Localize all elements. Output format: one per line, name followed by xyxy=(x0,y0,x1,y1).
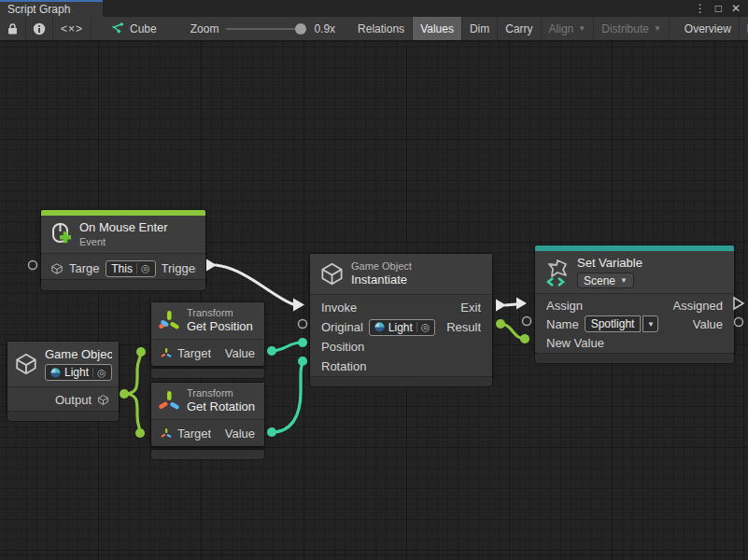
port-label-assign: Assign xyxy=(546,299,583,313)
port-label-target: Target xyxy=(177,427,211,441)
node-instantiate[interactable]: Game Object Instantiate Invoke Exit Orig… xyxy=(310,254,492,379)
port-rotation-in[interactable] xyxy=(298,357,307,366)
port-result-out[interactable] xyxy=(496,319,505,329)
port-label-name: Name xyxy=(546,317,579,331)
node-set-variable[interactable]: Set Variable Scene ▼ Assign Assigned Nam… xyxy=(535,245,734,354)
port-label-target: Target xyxy=(177,346,211,360)
port-label-output: Output xyxy=(55,393,92,407)
port-label-original: Original xyxy=(321,320,363,334)
values-button[interactable]: Values xyxy=(413,17,462,40)
tab-script-graph[interactable]: Script Graph xyxy=(0,0,103,17)
port-label-exit: Exit xyxy=(460,301,481,315)
variable-scope-dropdown[interactable]: Scene ▼ xyxy=(577,273,634,288)
relations-button[interactable]: Relations xyxy=(350,17,413,40)
zoom-slider[interactable] xyxy=(226,22,306,35)
port-getrotation-target-in[interactable] xyxy=(135,428,145,438)
maximize-icon[interactable]: □ xyxy=(715,3,722,14)
port-label-result: Result xyxy=(446,320,481,334)
carry-button[interactable]: Carry xyxy=(498,17,541,40)
transform-icon xyxy=(161,427,172,440)
port-position-in[interactable] xyxy=(298,338,307,347)
titlebar-spacer xyxy=(103,0,695,17)
zoom-label: Zoom xyxy=(191,22,219,35)
port-label-invoke: Invoke xyxy=(321,301,357,315)
window-menu-icon[interactable]: ⋮ xyxy=(695,3,706,14)
code-view-button[interactable]: <×> xyxy=(53,17,92,40)
unity-object-icon xyxy=(374,322,385,332)
align-button[interactable]: Align ▼ xyxy=(542,17,595,40)
port-label-value: Value xyxy=(693,317,723,331)
object-picker-icon[interactable]: ◎ xyxy=(92,368,106,378)
inspect-button[interactable] xyxy=(26,17,53,40)
port-label-new-value: New Value xyxy=(546,336,604,350)
node-title: Game Object xyxy=(45,347,112,362)
script-graph-icon xyxy=(110,22,124,35)
node-footer xyxy=(151,450,264,459)
node-on-mouse-enter[interactable]: On Mouse Enter Event Target This ◎ Trigg… xyxy=(41,210,205,283)
chevron-down-icon: ▼ xyxy=(654,24,661,33)
light-value: Light xyxy=(388,321,413,334)
object-picker-icon[interactable]: ◎ xyxy=(136,263,150,273)
this-value: This xyxy=(111,262,133,275)
transform-icon xyxy=(158,389,180,413)
object-picker-icon[interactable]: ◎ xyxy=(416,322,430,332)
node-title: Set Variable xyxy=(577,256,642,271)
node-footer xyxy=(7,412,119,421)
node-title: Instantiate xyxy=(351,273,412,287)
port-label-value: Value xyxy=(225,427,255,441)
port-label-value: Value xyxy=(225,346,255,360)
title-bar: Script Graph ⋮ □ ✕ xyxy=(0,0,748,17)
node-category: Game Object xyxy=(351,260,412,273)
lock-button[interactable] xyxy=(0,17,26,40)
close-icon[interactable]: ✕ xyxy=(731,3,741,14)
port-new-value-in[interactable] xyxy=(520,334,529,343)
port-getrotation-value-out[interactable] xyxy=(267,427,276,437)
zoom-slider-handle[interactable] xyxy=(295,23,306,35)
node-subtitle: Event xyxy=(79,235,168,248)
node-category: Transform xyxy=(187,387,255,399)
variable-name-dropdown[interactable]: Spotlight ▼ xyxy=(585,315,659,332)
game-object-icon xyxy=(319,261,345,287)
overview-button[interactable]: Overview xyxy=(677,17,740,40)
node-footer xyxy=(535,354,734,363)
node-footer xyxy=(310,377,492,386)
transform-icon xyxy=(161,347,172,359)
graph-breadcrumb[interactable]: Cube xyxy=(105,17,162,40)
chevron-down-icon: ▼ xyxy=(620,276,628,285)
game-object-icon xyxy=(50,262,64,275)
zoom-value: 0.9x xyxy=(314,22,335,35)
graph-toolbar: <×> Cube Zoom 0.9x Relations Values Dim … xyxy=(0,17,748,42)
node-title: Get Position xyxy=(187,319,253,334)
unity-object-icon xyxy=(50,368,61,378)
graph-name: Cube xyxy=(130,22,157,35)
port-getposition-target-in[interactable] xyxy=(136,347,146,357)
node-footer xyxy=(41,280,205,290)
set-variable-icon xyxy=(544,259,571,287)
original-light-field[interactable]: Light ◎ xyxy=(369,319,436,336)
mouse-event-icon xyxy=(49,222,73,247)
port-output-out[interactable] xyxy=(120,389,129,399)
lock-icon xyxy=(7,22,19,35)
info-icon xyxy=(33,22,46,35)
target-this-field[interactable]: This ◎ xyxy=(106,260,155,277)
dim-button[interactable]: Dim xyxy=(462,17,498,40)
light-object-field[interactable]: Light ◎ xyxy=(45,364,112,381)
light-value: Light xyxy=(64,366,89,379)
distribute-button[interactable]: Distribute ▼ xyxy=(594,17,670,40)
node-title: Get Rotation xyxy=(187,399,255,414)
node-footer xyxy=(151,369,264,378)
chevron-down-icon[interactable]: ▼ xyxy=(642,315,658,332)
node-get-rotation[interactable]: Transform Get Rotation Target Value xyxy=(151,383,264,446)
port-label-target: Target xyxy=(69,261,100,275)
code-icon: <×> xyxy=(61,22,83,35)
game-object-icon xyxy=(97,394,109,406)
full-screen-button[interactable]: Full Screen xyxy=(740,17,748,40)
node-title: On Mouse Enter xyxy=(79,220,168,235)
game-object-icon xyxy=(14,352,38,376)
tab-title: Script Graph xyxy=(7,3,70,16)
port-getposition-value-out[interactable] xyxy=(267,346,276,356)
node-category: Transform xyxy=(187,307,253,319)
node-game-object-literal[interactable]: Game Object Light ◎ Output xyxy=(7,342,119,412)
node-get-position[interactable]: Transform Get Position Target Value xyxy=(151,302,264,366)
port-label-trigger: Trigger xyxy=(162,261,196,275)
